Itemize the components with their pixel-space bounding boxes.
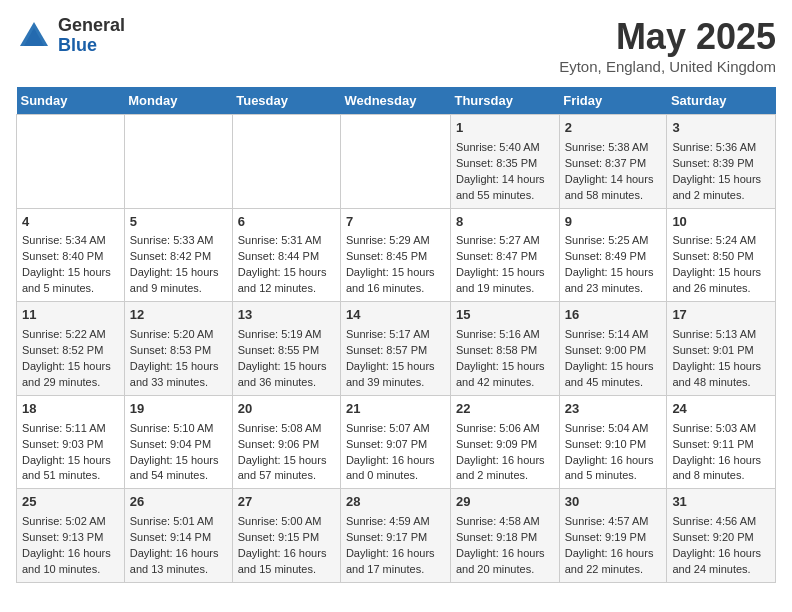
day-number: 10	[672, 213, 770, 232]
day-number: 12	[130, 306, 227, 325]
day-number: 23	[565, 400, 662, 419]
calendar-cell: 6Sunrise: 5:31 AM Sunset: 8:44 PM Daylig…	[232, 208, 340, 302]
day-info: Sunrise: 5:03 AM Sunset: 9:11 PM Dayligh…	[672, 421, 770, 485]
calendar-cell: 3Sunrise: 5:36 AM Sunset: 8:39 PM Daylig…	[667, 115, 776, 209]
calendar-cell: 5Sunrise: 5:33 AM Sunset: 8:42 PM Daylig…	[124, 208, 232, 302]
calendar-cell: 11Sunrise: 5:22 AM Sunset: 8:52 PM Dayli…	[17, 302, 125, 396]
day-number: 1	[456, 119, 554, 138]
header-day-thursday: Thursday	[450, 87, 559, 115]
calendar-cell: 29Sunrise: 4:58 AM Sunset: 9:18 PM Dayli…	[450, 489, 559, 583]
calendar-cell: 18Sunrise: 5:11 AM Sunset: 9:03 PM Dayli…	[17, 395, 125, 489]
logo-blue: Blue	[58, 36, 125, 56]
day-info: Sunrise: 5:29 AM Sunset: 8:45 PM Dayligh…	[346, 233, 445, 297]
logo-general: General	[58, 16, 125, 36]
day-info: Sunrise: 5:24 AM Sunset: 8:50 PM Dayligh…	[672, 233, 770, 297]
day-info: Sunrise: 5:00 AM Sunset: 9:15 PM Dayligh…	[238, 514, 335, 578]
header-day-friday: Friday	[559, 87, 667, 115]
day-number: 31	[672, 493, 770, 512]
day-number: 21	[346, 400, 445, 419]
day-info: Sunrise: 5:10 AM Sunset: 9:04 PM Dayligh…	[130, 421, 227, 485]
day-info: Sunrise: 5:33 AM Sunset: 8:42 PM Dayligh…	[130, 233, 227, 297]
day-number: 16	[565, 306, 662, 325]
header-day-saturday: Saturday	[667, 87, 776, 115]
calendar-cell: 24Sunrise: 5:03 AM Sunset: 9:11 PM Dayli…	[667, 395, 776, 489]
header-row: SundayMondayTuesdayWednesdayThursdayFrid…	[17, 87, 776, 115]
week-row-2: 4Sunrise: 5:34 AM Sunset: 8:40 PM Daylig…	[17, 208, 776, 302]
calendar-cell: 16Sunrise: 5:14 AM Sunset: 9:00 PM Dayli…	[559, 302, 667, 396]
calendar-cell: 22Sunrise: 5:06 AM Sunset: 9:09 PM Dayli…	[450, 395, 559, 489]
calendar-cell	[232, 115, 340, 209]
day-number: 13	[238, 306, 335, 325]
calendar-cell	[340, 115, 450, 209]
header-day-monday: Monday	[124, 87, 232, 115]
day-number: 15	[456, 306, 554, 325]
calendar-cell: 30Sunrise: 4:57 AM Sunset: 9:19 PM Dayli…	[559, 489, 667, 583]
calendar-cell: 8Sunrise: 5:27 AM Sunset: 8:47 PM Daylig…	[450, 208, 559, 302]
day-info: Sunrise: 5:17 AM Sunset: 8:57 PM Dayligh…	[346, 327, 445, 391]
day-info: Sunrise: 5:06 AM Sunset: 9:09 PM Dayligh…	[456, 421, 554, 485]
subtitle: Eyton, England, United Kingdom	[559, 58, 776, 75]
day-info: Sunrise: 4:57 AM Sunset: 9:19 PM Dayligh…	[565, 514, 662, 578]
day-number: 24	[672, 400, 770, 419]
day-info: Sunrise: 5:04 AM Sunset: 9:10 PM Dayligh…	[565, 421, 662, 485]
calendar-cell: 25Sunrise: 5:02 AM Sunset: 9:13 PM Dayli…	[17, 489, 125, 583]
day-number: 20	[238, 400, 335, 419]
calendar-cell: 10Sunrise: 5:24 AM Sunset: 8:50 PM Dayli…	[667, 208, 776, 302]
day-number: 11	[22, 306, 119, 325]
day-info: Sunrise: 5:16 AM Sunset: 8:58 PM Dayligh…	[456, 327, 554, 391]
day-number: 3	[672, 119, 770, 138]
calendar-cell	[124, 115, 232, 209]
week-row-3: 11Sunrise: 5:22 AM Sunset: 8:52 PM Dayli…	[17, 302, 776, 396]
day-number: 25	[22, 493, 119, 512]
day-number: 2	[565, 119, 662, 138]
calendar-cell	[17, 115, 125, 209]
day-number: 9	[565, 213, 662, 232]
calendar-cell: 28Sunrise: 4:59 AM Sunset: 9:17 PM Dayli…	[340, 489, 450, 583]
calendar-cell: 17Sunrise: 5:13 AM Sunset: 9:01 PM Dayli…	[667, 302, 776, 396]
day-info: Sunrise: 5:22 AM Sunset: 8:52 PM Dayligh…	[22, 327, 119, 391]
day-number: 30	[565, 493, 662, 512]
day-info: Sunrise: 4:58 AM Sunset: 9:18 PM Dayligh…	[456, 514, 554, 578]
day-number: 4	[22, 213, 119, 232]
day-info: Sunrise: 5:01 AM Sunset: 9:14 PM Dayligh…	[130, 514, 227, 578]
calendar-cell: 20Sunrise: 5:08 AM Sunset: 9:06 PM Dayli…	[232, 395, 340, 489]
calendar-table: SundayMondayTuesdayWednesdayThursdayFrid…	[16, 87, 776, 583]
calendar-cell: 7Sunrise: 5:29 AM Sunset: 8:45 PM Daylig…	[340, 208, 450, 302]
day-info: Sunrise: 5:14 AM Sunset: 9:00 PM Dayligh…	[565, 327, 662, 391]
calendar-cell: 26Sunrise: 5:01 AM Sunset: 9:14 PM Dayli…	[124, 489, 232, 583]
day-number: 7	[346, 213, 445, 232]
day-number: 6	[238, 213, 335, 232]
page-header: General Blue May 2025 Eyton, England, Un…	[16, 16, 776, 75]
day-number: 22	[456, 400, 554, 419]
calendar-body: 1Sunrise: 5:40 AM Sunset: 8:35 PM Daylig…	[17, 115, 776, 583]
day-number: 18	[22, 400, 119, 419]
day-info: Sunrise: 5:08 AM Sunset: 9:06 PM Dayligh…	[238, 421, 335, 485]
logo: General Blue	[16, 16, 125, 56]
day-info: Sunrise: 5:19 AM Sunset: 8:55 PM Dayligh…	[238, 327, 335, 391]
header-day-tuesday: Tuesday	[232, 87, 340, 115]
day-info: Sunrise: 4:56 AM Sunset: 9:20 PM Dayligh…	[672, 514, 770, 578]
calendar-cell: 9Sunrise: 5:25 AM Sunset: 8:49 PM Daylig…	[559, 208, 667, 302]
day-info: Sunrise: 5:11 AM Sunset: 9:03 PM Dayligh…	[22, 421, 119, 485]
day-number: 19	[130, 400, 227, 419]
logo-text: General Blue	[58, 16, 125, 56]
main-title: May 2025	[559, 16, 776, 58]
calendar-header: SundayMondayTuesdayWednesdayThursdayFrid…	[17, 87, 776, 115]
day-info: Sunrise: 5:36 AM Sunset: 8:39 PM Dayligh…	[672, 140, 770, 204]
day-number: 5	[130, 213, 227, 232]
week-row-5: 25Sunrise: 5:02 AM Sunset: 9:13 PM Dayli…	[17, 489, 776, 583]
day-number: 8	[456, 213, 554, 232]
calendar-cell: 23Sunrise: 5:04 AM Sunset: 9:10 PM Dayli…	[559, 395, 667, 489]
day-number: 28	[346, 493, 445, 512]
day-number: 29	[456, 493, 554, 512]
calendar-cell: 19Sunrise: 5:10 AM Sunset: 9:04 PM Dayli…	[124, 395, 232, 489]
logo-icon	[16, 18, 52, 54]
day-number: 17	[672, 306, 770, 325]
day-number: 26	[130, 493, 227, 512]
calendar-cell: 4Sunrise: 5:34 AM Sunset: 8:40 PM Daylig…	[17, 208, 125, 302]
calendar-cell: 13Sunrise: 5:19 AM Sunset: 8:55 PM Dayli…	[232, 302, 340, 396]
day-info: Sunrise: 5:25 AM Sunset: 8:49 PM Dayligh…	[565, 233, 662, 297]
day-info: Sunrise: 5:13 AM Sunset: 9:01 PM Dayligh…	[672, 327, 770, 391]
day-info: Sunrise: 5:27 AM Sunset: 8:47 PM Dayligh…	[456, 233, 554, 297]
calendar-cell: 12Sunrise: 5:20 AM Sunset: 8:53 PM Dayli…	[124, 302, 232, 396]
